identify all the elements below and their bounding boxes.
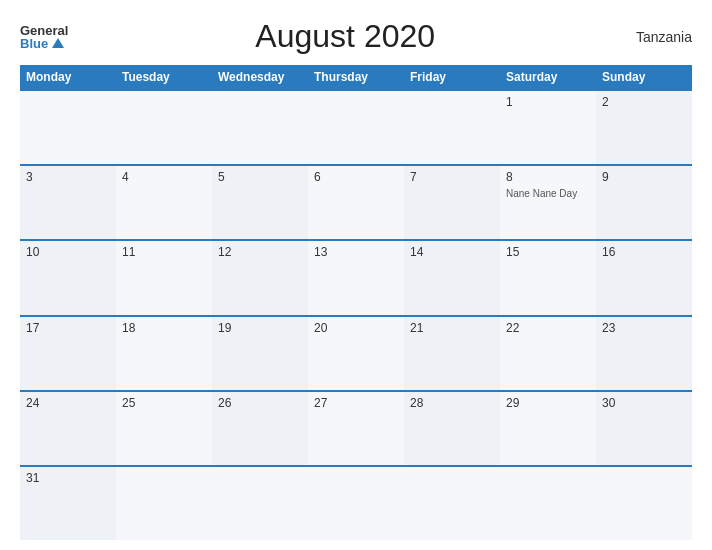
calendar-cell[interactable]: 9 — [596, 166, 692, 239]
day-number: 29 — [506, 396, 590, 410]
calendar-cell[interactable]: 19 — [212, 317, 308, 390]
calendar-cell[interactable] — [404, 467, 500, 540]
calendar: Monday Tuesday Wednesday Thursday Friday… — [20, 65, 692, 540]
day-number: 3 — [26, 170, 110, 184]
day-number: 6 — [314, 170, 398, 184]
day-number: 30 — [602, 396, 686, 410]
day-number: 23 — [602, 321, 686, 335]
calendar-week-2: 345678Nane Nane Day9 — [20, 164, 692, 239]
calendar-cell[interactable]: 4 — [116, 166, 212, 239]
header-wednesday: Wednesday — [212, 65, 308, 89]
day-number: 26 — [218, 396, 302, 410]
calendar-cell[interactable]: 10 — [20, 241, 116, 314]
day-number: 20 — [314, 321, 398, 335]
calendar-cell[interactable]: 26 — [212, 392, 308, 465]
calendar-cell[interactable]: 8Nane Nane Day — [500, 166, 596, 239]
calendar-cell[interactable]: 13 — [308, 241, 404, 314]
day-number: 10 — [26, 245, 110, 259]
calendar-week-5: 24252627282930 — [20, 390, 692, 465]
day-number: 9 — [602, 170, 686, 184]
calendar-cell[interactable]: 28 — [404, 392, 500, 465]
calendar-cell[interactable]: 7 — [404, 166, 500, 239]
country-label: Tanzania — [622, 29, 692, 45]
calendar-cell[interactable] — [308, 91, 404, 164]
header-sunday: Sunday — [596, 65, 692, 89]
day-number: 15 — [506, 245, 590, 259]
calendar-cell[interactable] — [20, 91, 116, 164]
day-number: 2 — [602, 95, 686, 109]
calendar-header: Monday Tuesday Wednesday Thursday Friday… — [20, 65, 692, 89]
calendar-cell[interactable]: 15 — [500, 241, 596, 314]
header-thursday: Thursday — [308, 65, 404, 89]
day-number: 31 — [26, 471, 110, 485]
day-number: 12 — [218, 245, 302, 259]
calendar-cell[interactable]: 5 — [212, 166, 308, 239]
day-number: 14 — [410, 245, 494, 259]
calendar-cell[interactable]: 14 — [404, 241, 500, 314]
calendar-cell[interactable] — [212, 467, 308, 540]
logo-triangle-icon — [52, 38, 64, 48]
calendar-cell[interactable] — [116, 467, 212, 540]
calendar-cell[interactable] — [116, 91, 212, 164]
header-saturday: Saturday — [500, 65, 596, 89]
header-friday: Friday — [404, 65, 500, 89]
calendar-cell[interactable]: 24 — [20, 392, 116, 465]
day-number: 4 — [122, 170, 206, 184]
calendar-cell[interactable]: 11 — [116, 241, 212, 314]
day-number: 18 — [122, 321, 206, 335]
day-number: 22 — [506, 321, 590, 335]
day-number: 17 — [26, 321, 110, 335]
calendar-cell[interactable]: 6 — [308, 166, 404, 239]
calendar-cell[interactable]: 3 — [20, 166, 116, 239]
logo: General Blue — [20, 24, 68, 50]
calendar-week-1: 12 — [20, 89, 692, 164]
day-number: 21 — [410, 321, 494, 335]
calendar-week-3: 10111213141516 — [20, 239, 692, 314]
calendar-cell[interactable]: 18 — [116, 317, 212, 390]
calendar-cell[interactable]: 25 — [116, 392, 212, 465]
calendar-cell[interactable] — [404, 91, 500, 164]
calendar-cell[interactable]: 21 — [404, 317, 500, 390]
calendar-week-6: 31 — [20, 465, 692, 540]
day-number: 11 — [122, 245, 206, 259]
calendar-title: August 2020 — [68, 18, 622, 55]
header: General Blue August 2020 Tanzania — [20, 18, 692, 55]
day-event: Nane Nane Day — [506, 188, 590, 199]
logo-blue-text: Blue — [20, 37, 64, 50]
header-monday: Monday — [20, 65, 116, 89]
day-number: 24 — [26, 396, 110, 410]
calendar-cell[interactable]: 27 — [308, 392, 404, 465]
day-number: 8 — [506, 170, 590, 184]
calendar-cell[interactable] — [212, 91, 308, 164]
calendar-cell[interactable] — [500, 467, 596, 540]
day-number: 1 — [506, 95, 590, 109]
calendar-cell[interactable] — [596, 467, 692, 540]
day-number: 25 — [122, 396, 206, 410]
calendar-cell[interactable]: 2 — [596, 91, 692, 164]
calendar-body: 12345678Nane Nane Day9101112131415161718… — [20, 89, 692, 540]
header-tuesday: Tuesday — [116, 65, 212, 89]
calendar-cell[interactable]: 22 — [500, 317, 596, 390]
calendar-cell[interactable]: 16 — [596, 241, 692, 314]
calendar-cell[interactable]: 31 — [20, 467, 116, 540]
page: General Blue August 2020 Tanzania Monday… — [0, 0, 712, 550]
day-number: 7 — [410, 170, 494, 184]
day-number: 19 — [218, 321, 302, 335]
calendar-cell[interactable]: 30 — [596, 392, 692, 465]
calendar-cell[interactable]: 17 — [20, 317, 116, 390]
day-number: 28 — [410, 396, 494, 410]
day-number: 27 — [314, 396, 398, 410]
calendar-cell[interactable]: 1 — [500, 91, 596, 164]
calendar-cell[interactable]: 20 — [308, 317, 404, 390]
calendar-cell[interactable]: 23 — [596, 317, 692, 390]
calendar-week-4: 17181920212223 — [20, 315, 692, 390]
day-number: 13 — [314, 245, 398, 259]
day-number: 16 — [602, 245, 686, 259]
calendar-cell[interactable] — [308, 467, 404, 540]
calendar-cell[interactable]: 12 — [212, 241, 308, 314]
calendar-cell[interactable]: 29 — [500, 392, 596, 465]
day-number: 5 — [218, 170, 302, 184]
logo-general-text: General — [20, 24, 68, 37]
